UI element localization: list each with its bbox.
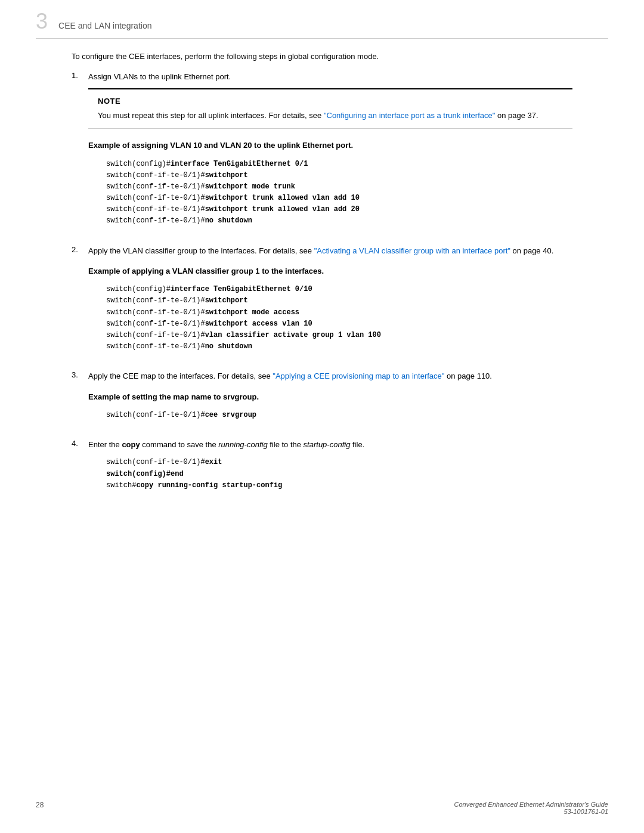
step-4-bold1: copy: [122, 440, 140, 449]
content-area: To configure the CEE interfaces, perform…: [0, 39, 644, 545]
note-text-before: You must repeat this step for all uplink…: [98, 111, 324, 120]
step-4-content: Enter the copy command to save the runni…: [88, 439, 572, 501]
step-4: 4. Enter the copy command to save the ru…: [72, 439, 572, 501]
code-line: switch(conf-if-te-0/1)#no shutdown: [106, 215, 572, 227]
note-text: You must repeat this step for all uplink…: [98, 110, 563, 122]
code-line: switch(config)#interface TenGigabitEther…: [106, 159, 572, 170]
code-line: switch(conf-if-te-0/1)#switchport mode t…: [106, 181, 572, 193]
example3-heading: Example of setting the map name to srvgr…: [88, 391, 572, 403]
example2-code: switch(config)#interface TenGigabitEther…: [88, 280, 572, 356]
step-2-number: 2.: [72, 245, 88, 254]
chapter-title: CEE and LAN integration: [58, 13, 151, 30]
step-4-text-before: Enter the: [88, 440, 122, 449]
chapter-number: 3: [36, 11, 48, 32]
code-line: switch(conf-if-te-0/1)#switchport access…: [106, 318, 572, 330]
code-line: switch(conf-if-te-0/1)#switchport mode a…: [106, 307, 572, 318]
example3-code: switch(conf-if-te-0/1)#cee srvgroup: [88, 406, 572, 425]
code-line: switch(conf-if-te-0/1)#no shutdown: [106, 341, 572, 352]
step-4-text: Enter the copy command to save the runni…: [88, 439, 572, 451]
step-2-text-before: Apply the VLAN classifier group to the i…: [88, 246, 314, 255]
step-1: 1. Assign VLANs to the uplink Ethernet p…: [72, 71, 572, 237]
code-line: switch(conf-if-te-0/1)#cee srvgroup: [106, 410, 572, 421]
note-link[interactable]: "Configuring an interface port as a trun…: [324, 111, 495, 120]
step-4-text-middle: command to save the: [140, 440, 219, 449]
code-line: switch(config)#end: [106, 469, 572, 480]
step-3-number: 3.: [72, 370, 88, 379]
code-line: switch(conf-if-te-0/1)#switchport: [106, 295, 572, 306]
step-4-italic1: running-config: [218, 440, 267, 449]
code-line: switch#copy running-config startup-confi…: [106, 480, 572, 491]
code-line: switch(conf-if-te-0/1)#switchport: [106, 170, 572, 181]
note-label: NOTE: [98, 95, 563, 107]
code-line: switch(conf-if-te-0/1)#exit: [106, 457, 572, 468]
code-line: switch(config)#interface TenGigabitEther…: [106, 284, 572, 295]
page-footer: 28 Converged Enhanced Ethernet Administr…: [0, 801, 644, 815]
step-2-content: Apply the VLAN classifier group to the i…: [88, 245, 572, 363]
example2-heading: Example of applying a VLAN classifier gr…: [88, 265, 572, 277]
code-line: switch(conf-if-te-0/1)#switchport trunk …: [106, 193, 572, 204]
intro-text: To configure the CEE interfaces, perform…: [72, 51, 572, 63]
example1-heading: Example of assigning VLAN 10 and VLAN 20…: [88, 140, 572, 151]
step-2-link[interactable]: "Activating a VLAN classifier group with…: [314, 246, 510, 255]
step-1-number: 1.: [72, 71, 88, 80]
step-2-text-after: on page 40.: [510, 246, 553, 255]
step-3: 3. Apply the CEE map to the interfaces. …: [72, 370, 572, 431]
page-container: 3 CEE and LAN integration To configure t…: [0, 0, 644, 833]
footer-page-number: 28: [36, 801, 44, 815]
step-4-number: 4.: [72, 439, 88, 448]
step-3-text: Apply the CEE map to the interfaces. For…: [88, 370, 572, 382]
step-3-content: Apply the CEE map to the interfaces. For…: [88, 370, 572, 431]
example1-code: switch(config)#interface TenGigabitEther…: [88, 155, 572, 231]
step-3-text-after: on page 110.: [444, 371, 492, 380]
page-header: 3 CEE and LAN integration: [0, 0, 644, 38]
footer-right: Converged Enhanced Ethernet Administrato…: [454, 801, 608, 815]
step-4-text-after: file.: [350, 440, 364, 449]
note-text-after: on page 37.: [495, 111, 538, 120]
code-line: switch(conf-if-te-0/1)#vlan classifier a…: [106, 330, 572, 341]
example4-code: switch(conf-if-te-0/1)#exit switch(confi…: [88, 453, 572, 495]
code-line: switch(conf-if-te-0/1)#switchport trunk …: [106, 204, 572, 215]
step-4-text-middle2: file to the: [268, 440, 304, 449]
step-4-italic2: startup-config: [304, 440, 351, 449]
step-3-text-before: Apply the CEE map to the interfaces. For…: [88, 371, 273, 380]
step-2-text: Apply the VLAN classifier group to the i…: [88, 245, 572, 257]
step-1-text: Assign VLANs to the uplink Ethernet port…: [88, 72, 231, 81]
note-box: NOTE You must repeat this step for all u…: [88, 88, 572, 129]
footer-doc-number: 53-1001761-01: [454, 808, 608, 815]
step-2: 2. Apply the VLAN classifier group to th…: [72, 245, 572, 363]
step-1-content: Assign VLANs to the uplink Ethernet port…: [88, 71, 572, 237]
footer-doc-title: Converged Enhanced Ethernet Administrato…: [454, 801, 608, 808]
step-3-link[interactable]: "Applying a CEE provisioning map to an i…: [273, 371, 444, 380]
